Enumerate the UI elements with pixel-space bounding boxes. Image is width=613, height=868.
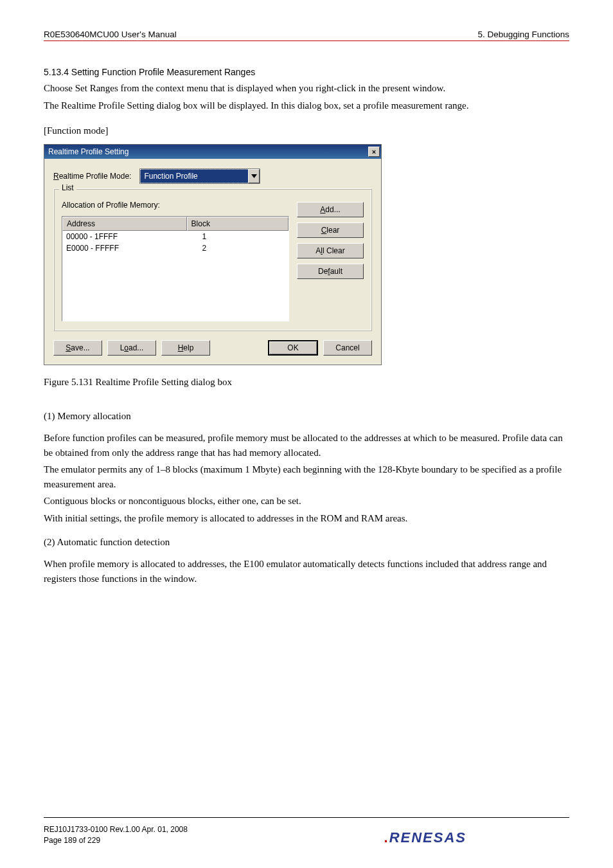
load-button[interactable]: Load... [107, 340, 156, 356]
realtime-profile-dialog: Realtime Profile Setting × Realtime Prof… [44, 144, 382, 365]
dialog-title-text: Realtime Profile Setting [48, 147, 129, 156]
all-clear-button[interactable]: All Clear [297, 243, 364, 258]
profile-mode-value: Function Profile [144, 172, 197, 181]
svg-marker-0 [251, 174, 257, 178]
para-1b: The emulator permits any of 1–8 blocks (… [44, 462, 569, 491]
footer-rule [44, 817, 569, 818]
intro-para-2: The Realtime Profile Setting dialog box … [44, 98, 569, 113]
cell-block: 1 [187, 231, 289, 242]
footer-line2: Page 189 of 229 [44, 835, 188, 846]
doc-title-header: R0E530640MCU00 User's Manual [44, 30, 177, 39]
para-1a: Before function profiles can be measured… [44, 431, 569, 460]
help-button[interactable]: Help [161, 340, 210, 356]
header-rule [44, 41, 569, 41]
para-2a: When profile memory is allocated to addr… [44, 557, 569, 586]
col-block[interactable]: Block [187, 217, 289, 231]
cancel-button[interactable]: Cancel [323, 340, 372, 356]
save-button[interactable]: Save... [53, 340, 102, 356]
cell-address: 00000 - 1FFFF [62, 231, 187, 242]
page-footer: REJ10J1733-0100 Rev.1.00 Apr. 01, 2008 P… [44, 817, 569, 846]
para-1c: Contiguous blocks or noncontiguous block… [44, 494, 569, 509]
col-address[interactable]: Address [62, 217, 187, 231]
close-icon[interactable]: × [368, 147, 380, 157]
chevron-down-icon[interactable] [248, 169, 260, 183]
section-heading: 5.13.4 Setting Function Profile Measurem… [44, 67, 569, 77]
figure-caption: Figure 5.131 Realtime Profile Setting di… [44, 377, 569, 388]
footer-line1: REJ10J1733-0100 Rev.1.00 Apr. 01, 2008 [44, 824, 188, 835]
list-groupbox: List Allocation of Profile Memory: Addre… [53, 188, 372, 331]
ok-button[interactable]: OK [268, 340, 318, 356]
profile-mode-label: Realtime Profile Mode: [53, 172, 131, 181]
allocation-label: Allocation of Profile Memory: [62, 201, 289, 210]
mode-label: [Function mode] [44, 125, 569, 136]
renesas-logo: .RENESAS [384, 829, 466, 846]
list-legend: List [59, 183, 76, 192]
add-button[interactable]: Add... [297, 202, 364, 217]
cell-block: 2 [187, 242, 289, 254]
allocation-table[interactable]: Address Block 00000 - 1FFFF 1 E0000 - FF… [62, 216, 289, 321]
doc-chapter-header: 5. Debugging Functions [477, 30, 569, 39]
subhead-2: (2) Automatic function detection [44, 537, 569, 548]
dialog-titlebar[interactable]: Realtime Profile Setting × [44, 145, 381, 159]
default-button[interactable]: Default [297, 264, 364, 279]
close-glyph: × [372, 148, 376, 156]
table-row[interactable]: E0000 - FFFFF 2 [62, 242, 289, 254]
table-row[interactable]: 00000 - 1FFFF 1 [62, 231, 289, 242]
subhead-1: (1) Memory allocation [44, 411, 569, 422]
cell-address: E0000 - FFFFF [62, 242, 187, 254]
profile-mode-select[interactable]: Function Profile [140, 169, 260, 183]
para-1d: With initial settings, the profile memor… [44, 511, 569, 526]
clear-button[interactable]: Clear [297, 222, 364, 238]
intro-para-1: Choose Set Ranges from the context menu … [44, 81, 569, 96]
